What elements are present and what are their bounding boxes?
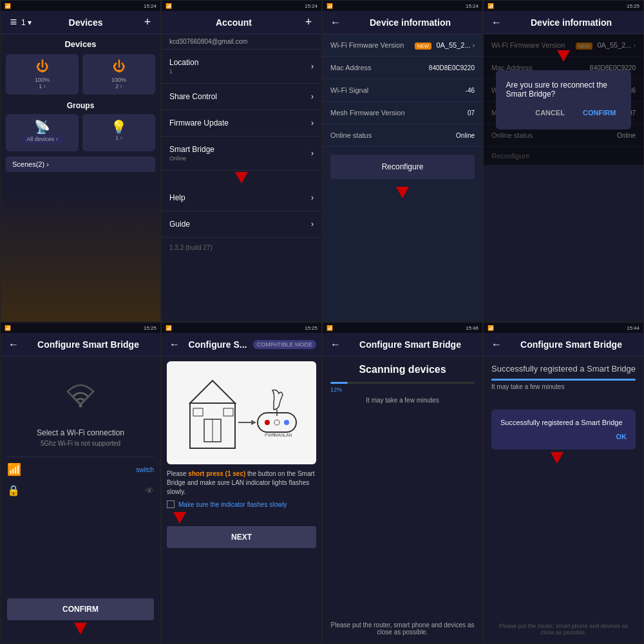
menu-firmware[interactable]: Firmware Update › [162,110,321,137]
status-right-5: 15:25 [144,325,156,331]
row-mesh-fw-value: 07 [468,109,475,117]
account-add-icon[interactable]: + [301,15,316,29]
arrow-8 [551,452,576,464]
red-arrow-5 [74,623,87,634]
config-main-text: Select a Wi-Fi connection [37,428,124,437]
device-grid: ⏻ 100% 1 › ⏻ 100% 2 › [6,54,155,95]
success-dialog-text: Successfully registered a Smart Bridge [500,419,627,426]
all-devices-row: All devices › [21,135,63,144]
all-devices-tag[interactable]: All devices › [21,135,63,144]
reconnect-dialog: Are you sure to reconnect the Smart Brid… [496,70,632,129]
row-online-label: Online status [330,131,372,139]
device-counter[interactable]: 1 ▾ [21,18,32,27]
arrow-6 [167,512,316,524]
device-card-1[interactable]: ⏻ 100% 1 › [6,54,79,95]
group-card-2[interactable]: 💡 1 › [82,114,155,151]
menu-smartbridge-chevron: › [311,149,314,158]
row-mac: Mac Address 840D8E0C9220 [323,57,482,79]
screen-title-5: Configure Smart Bridge [21,339,155,350]
checkbox-label: Make sure the indicator flashes slowly [178,501,287,508]
back-icon-4[interactable]: ← [489,17,504,28]
row-wifi-fw-value: NEW 0A_55_2... › [415,41,475,49]
add-icon[interactable]: + [140,15,155,29]
fw-chevron: › [473,42,475,49]
menu-help-chevron: › [311,193,314,202]
menu-share-chevron: › [311,92,314,101]
groups-title: Groups [6,101,155,110]
scenes-label: Scenes(2) › [12,160,49,168]
scanning-content: Scanning devices 12% It may take a few m… [323,356,482,643]
menu-firmware-chevron: › [311,118,314,128]
row-wifi-fw[interactable]: Wi-Fi Firmware Version NEW 0A_55_2... › [323,34,482,57]
short-press-text: short press (1 sec) [188,470,245,477]
svg-rect-5 [193,408,203,416]
top-bar-4: ← Device information [484,11,643,34]
red-arrow-3 [396,187,409,198]
group-card-1[interactable]: 📡 All devices › [6,114,79,151]
back-icon-6[interactable]: ← [167,339,182,350]
status-bar-7: 📶 15:46 [323,323,482,333]
next-btn[interactable]: NEXT [167,526,316,548]
screen-scanning: 📶 15:46 ← Configure Smart Bridge Scannin… [322,322,483,644]
menu-smartbridge[interactable]: Smart Bridge Online › [162,137,321,171]
config-sub-text: 5Ghz Wi-Fi is not supported [41,440,120,447]
compat-illustration: PWR WAN LAN [167,361,316,464]
status-bar-4: 📶 15:25 [484,1,643,11]
top-bar-6: ← Configure S... COMPATIBLE MODE [162,333,321,356]
back-icon-3[interactable]: ← [328,17,343,28]
success-ok-btn[interactable]: OK [500,433,627,440]
scene-bar[interactable]: Scenes(2) › [6,156,155,172]
devices-label: Devices [6,39,155,49]
reconfigure-btn[interactable]: Reconfigure [330,155,475,179]
status-right-6: 15:25 [305,325,317,331]
red-arrow-2 [235,172,248,184]
svg-point-12 [284,420,289,425]
switch-btn[interactable]: switch [136,466,154,473]
eye-icon[interactable]: 👁 [145,486,154,496]
scan-footer: Please put the router, smart phone and d… [330,621,475,636]
row-mesh-fw: Mesh Firmware Version 07 [323,102,482,124]
config-compat-content: PWR WAN LAN Please short press (1 sec) t… [162,356,321,643]
menu-guide[interactable]: Guide › [162,211,321,238]
svg-point-10 [265,420,270,425]
status-right-3: 15:24 [466,3,478,9]
row-mesh-fw-label: Mesh Firmware Version [330,109,405,117]
success-footer: Please put the router, smart phone and d… [491,623,636,636]
svg-rect-6 [223,408,233,416]
menu-firmware-label: Firmware Update [169,118,229,128]
menu-icon[interactable]: ≡ [6,15,21,29]
confirm-btn[interactable]: CONFIRM [7,598,154,620]
group-grid: 📡 All devices › 💡 1 › [6,114,155,151]
back-icon-7[interactable]: ← [328,339,343,350]
indicator-checkbox[interactable] [167,500,175,508]
device-card-2[interactable]: ⏻ 100% 2 › [82,54,155,95]
success-content: Successfully registered a Smart Bridge I… [484,356,643,643]
menu-help[interactable]: Help › [162,185,321,211]
status-right-7: 15:46 [466,325,478,331]
menu-share[interactable]: Share Control › [162,84,321,110]
svg-marker-2 [190,381,235,403]
scan-progress-text: 12% [330,386,342,393]
dialog-confirm-btn[interactable]: CONFIRM [578,106,621,119]
row-wifi-fw-label: Wi-Fi Firmware Version [330,41,404,49]
top-bar-5: ← Configure Smart Bridge [1,333,160,356]
dialog-cancel-btn[interactable]: CANCEL [530,106,570,119]
group-icon-2: 💡 [111,119,127,135]
red-arrow-6 [173,512,186,524]
account-email: kcd307660804@gmail.com [162,34,321,50]
bg-overlay [1,193,160,321]
screen-title-4: Device information [504,17,638,28]
menu-guide-chevron: › [311,220,314,229]
screen-devinfo: 📶 15:24 ← Device information Wi-Fi Firmw… [322,0,483,322]
lock-icon: 🔒 [7,484,20,497]
back-icon-5[interactable]: ← [6,339,21,350]
groups-section: Groups 📡 All devices › 💡 1 › [6,101,155,151]
screen-title-7: Configure Smart Bridge [343,339,477,350]
row-online-value: Online [456,132,475,139]
dialog-title: Are you sure to reconnect the Smart Brid… [506,80,621,99]
group-num: 1 › [115,135,122,141]
top-bar-8: ← Configure Smart Bridge [484,333,643,356]
scan-progress-bar [330,382,475,384]
back-icon-8[interactable]: ← [489,339,504,350]
menu-location[interactable]: Location 1 › [162,50,321,84]
